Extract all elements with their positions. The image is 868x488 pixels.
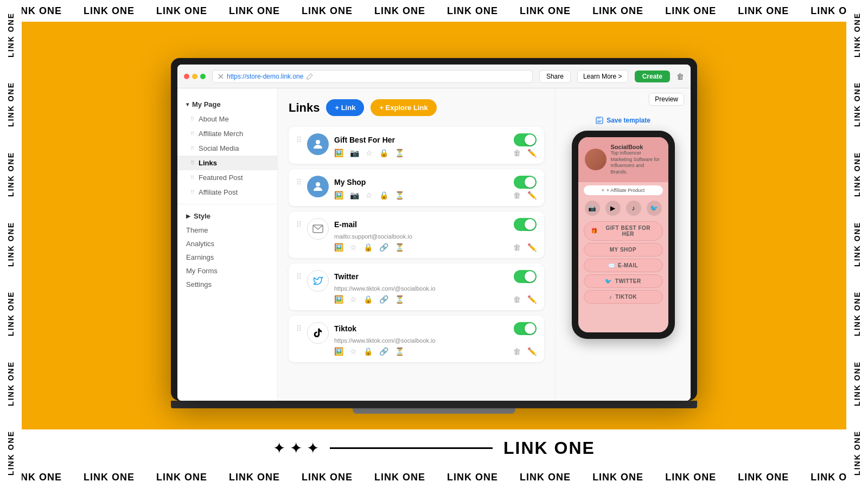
add-product-button[interactable]: + + Affiliate Product bbox=[584, 185, 663, 195]
create-button[interactable]: Create bbox=[635, 70, 670, 82]
delete-button[interactable]: 🗑 bbox=[676, 72, 684, 81]
sidebar-item-earnings[interactable]: Earnings bbox=[177, 251, 277, 264]
delete-icon[interactable]: 🗑 bbox=[513, 149, 521, 157]
phone-link-tiktok[interactable]: ♪ TIKTOK bbox=[584, 290, 663, 304]
bottom-ticker-bar: LINK ONE LINK ONE LINK ONE LINK ONE LINK… bbox=[0, 466, 868, 488]
lock-icon[interactable]: 🔒 bbox=[379, 191, 388, 200]
lock-icon[interactable]: 🔒 bbox=[379, 149, 388, 157]
link-url: https://www.tiktok.com/@socialbook.io bbox=[334, 337, 537, 344]
sidebar-item-social-media[interactable]: ⠿ Social Media bbox=[177, 141, 277, 156]
ticker-item: LINK ONE bbox=[229, 472, 280, 483]
edit-icon[interactable] bbox=[307, 73, 313, 80]
instagram-icon[interactable]: 📷 bbox=[585, 201, 600, 216]
sidebar-my-page[interactable]: ▾ My Page bbox=[177, 97, 277, 112]
image-icon[interactable]: 🖼️ bbox=[334, 191, 343, 200]
star-icon[interactable]: ☆ bbox=[366, 149, 373, 157]
address-text: https://store-demo.link.one bbox=[227, 73, 303, 80]
sidebar-item-analytics[interactable]: Analytics bbox=[177, 237, 277, 251]
lock-icon[interactable]: 🔒 bbox=[363, 243, 373, 252]
twitter-icon bbox=[312, 276, 323, 286]
image-icon[interactable]: 🖼️ bbox=[334, 149, 343, 157]
sidebar-item-featured-post[interactable]: ⠿ Featured Post bbox=[177, 170, 277, 185]
add-link-button[interactable]: + Link bbox=[326, 99, 364, 116]
phone-link-shop[interactable]: MY SHOP bbox=[584, 243, 663, 256]
youtube-icon[interactable]: ▶ bbox=[605, 201, 621, 216]
drag-handle-icon[interactable]: ⠿ bbox=[296, 136, 302, 144]
edit-icon[interactable]: ✏️ bbox=[527, 243, 537, 252]
sidebar-item-settings[interactable]: Settings bbox=[177, 278, 277, 291]
image-icon[interactable]: 🖼️ bbox=[334, 243, 343, 252]
sidebar-item-affiliate-merch[interactable]: ⠿ Affiliate Merch bbox=[177, 126, 277, 141]
edit-icon[interactable]: ✏️ bbox=[527, 191, 537, 200]
sidebar-item-label: Affiliate Merch bbox=[199, 130, 243, 138]
drag-handle-icon: ⠿ bbox=[190, 175, 194, 181]
maximize-dot[interactable] bbox=[200, 74, 206, 79]
sidebar-item-about-me[interactable]: ⠿ About Me bbox=[177, 112, 277, 126]
sidebar-item-affiliate-post[interactable]: ⠿ Affiliate Post bbox=[177, 185, 277, 200]
delete-icon[interactable]: 🗑 bbox=[513, 191, 521, 200]
star-icon[interactable]: ☆ bbox=[350, 295, 357, 304]
right-ticker: LINK ONE LINK ONE LINK ONE LINK ONE LINK… bbox=[846, 0, 868, 488]
photo-icon[interactable]: 📷 bbox=[350, 191, 359, 200]
link-name: Tiktok bbox=[334, 324, 356, 333]
share-button[interactable]: Share bbox=[539, 70, 571, 83]
theme-label: Theme bbox=[186, 226, 208, 234]
star-icon[interactable]: ☆ bbox=[350, 347, 357, 356]
sidebar-style[interactable]: ▶ Style bbox=[177, 209, 277, 223]
phone-link-email[interactable]: ✉️ E-MAIL bbox=[584, 259, 663, 272]
link-toggle[interactable] bbox=[514, 322, 537, 335]
side-ticker-text-left: LINK ONE bbox=[7, 431, 15, 476]
tiktok-small-icon[interactable]: ♪ bbox=[626, 201, 641, 216]
sidebar-item-theme[interactable]: Theme bbox=[177, 223, 277, 237]
delete-icon[interactable]: 🗑 bbox=[513, 295, 521, 304]
side-ticker-text-right: LINK ONE bbox=[853, 12, 861, 57]
timer-icon[interactable]: ⏳ bbox=[395, 243, 404, 252]
star-icon[interactable]: ☆ bbox=[366, 191, 373, 200]
address-bar[interactable]: https://store-demo.link.one bbox=[212, 70, 533, 83]
image-icon[interactable]: 🖼️ bbox=[334, 295, 343, 304]
edit-icon[interactable]: ✏️ bbox=[527, 295, 537, 304]
timer-icon[interactable]: ⏳ bbox=[395, 149, 404, 157]
explore-link-button[interactable]: + Explore Link bbox=[371, 99, 436, 116]
timer-icon[interactable]: ⏳ bbox=[395, 191, 404, 200]
twitter-small-icon[interactable]: 🐦 bbox=[647, 201, 662, 216]
save-template-button[interactable]: Save template bbox=[596, 117, 650, 124]
link-icon[interactable]: 🔗 bbox=[379, 295, 388, 304]
drag-handle-icon[interactable]: ⠿ bbox=[296, 324, 302, 333]
tiktok-icon bbox=[312, 327, 323, 339]
drag-handle-icon[interactable]: ⠿ bbox=[296, 272, 302, 281]
star-icon: ✦ bbox=[290, 439, 302, 457]
link-icon[interactable]: 🔗 bbox=[379, 347, 388, 356]
close-dot[interactable] bbox=[184, 74, 189, 79]
ticker-item: LINK ONE bbox=[156, 472, 207, 483]
lock-icon[interactable]: 🔒 bbox=[363, 295, 373, 304]
link-name-row: E-mail bbox=[334, 218, 537, 231]
sidebar-item-my-forms[interactable]: My Forms bbox=[177, 264, 277, 278]
star-icon[interactable]: ☆ bbox=[350, 243, 357, 252]
phone-link-label: TIKTOK bbox=[615, 294, 637, 300]
delete-icon[interactable]: 🗑 bbox=[513, 347, 521, 356]
lock-icon[interactable]: 🔒 bbox=[363, 347, 373, 356]
drag-handle-icon[interactable]: ⠿ bbox=[296, 178, 302, 187]
phone-link-twitter[interactable]: 🐦 TWITTER bbox=[584, 274, 663, 288]
link-icons-row: 🖼️ 📷 ☆ 🔒 ⏳ 🗑 ✏️ bbox=[334, 191, 537, 200]
timer-icon[interactable]: ⏳ bbox=[395, 347, 404, 356]
photo-icon[interactable]: 📷 bbox=[350, 149, 359, 157]
link-icon[interactable]: 🔗 bbox=[379, 243, 388, 252]
phone-link-gift[interactable]: 🎁 GIFT BEST FOR HER bbox=[584, 221, 663, 241]
learn-more-button[interactable]: Learn More > bbox=[577, 70, 628, 83]
link-toggle[interactable] bbox=[514, 133, 537, 146]
edit-icon[interactable]: ✏️ bbox=[527, 347, 537, 356]
image-icon[interactable]: 🖼️ bbox=[334, 347, 343, 356]
link-toggle[interactable] bbox=[514, 270, 537, 283]
timer-icon[interactable]: ⏳ bbox=[395, 295, 404, 304]
preview-button[interactable]: Preview bbox=[649, 93, 684, 106]
drag-handle-icon[interactable]: ⠿ bbox=[296, 220, 302, 229]
link-toggle[interactable] bbox=[514, 176, 537, 189]
ticker-item: LINK ONE bbox=[447, 472, 498, 483]
sidebar-item-links[interactable]: ⠿ Links bbox=[177, 156, 277, 170]
edit-icon[interactable]: ✏️ bbox=[527, 149, 537, 157]
delete-icon[interactable]: 🗑 bbox=[513, 243, 521, 252]
minimize-dot[interactable] bbox=[192, 74, 197, 79]
link-toggle[interactable] bbox=[514, 218, 537, 231]
